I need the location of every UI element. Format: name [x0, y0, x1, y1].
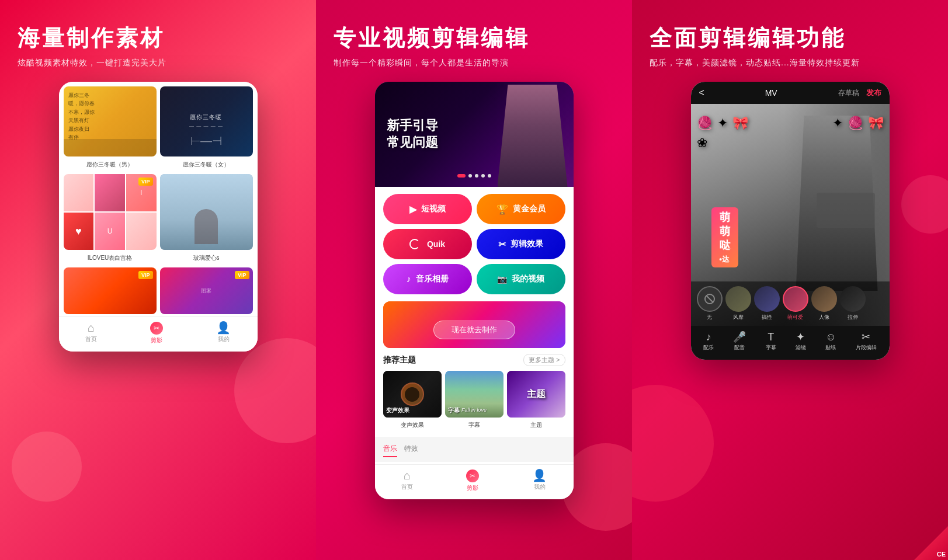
p3-title-label: MV — [765, 88, 777, 98]
nav-scissors-label-2: 剪影 — [467, 484, 478, 492]
nav-home-2[interactable]: ⌂ 首页 — [401, 469, 413, 492]
p3-publish-btn[interactable]: 发布 — [866, 88, 881, 98]
label-3: ILOVEU表白宫格 — [64, 252, 157, 264]
btn-quik-label: Quik — [427, 239, 445, 249]
label-4: 玻璃爱心s — [160, 252, 253, 264]
nav-scissors-2[interactable]: ✂ 剪影 — [466, 469, 479, 492]
home-icon-2: ⌂ — [404, 469, 411, 481]
tool-sticker[interactable]: ☺ 贴纸 — [825, 332, 836, 352]
theme-2[interactable]: Fall in love 字幕 — [445, 371, 503, 418]
theme-2-overlay: 字幕 — [448, 406, 460, 415]
filter-portrait[interactable]: 人像 — [811, 286, 837, 321]
nav-home-1[interactable]: ⌂ 首页 — [85, 322, 97, 345]
profile-icon-1: 👤 — [216, 322, 231, 333]
p2-create-section: 现在就去制作 — [383, 301, 565, 348]
panel-1-row-2: I ♥ U VIP — [64, 174, 253, 250]
banner-dots — [375, 169, 574, 182]
tool-music[interactable]: ♪ 配乐 — [703, 332, 714, 352]
panel-1-labels-2: ILOVEU表白宫格 玻璃爱心s — [64, 252, 253, 264]
panel-1-subtitle: 炫酷视频素材特效，一键打造完美大片 — [18, 58, 298, 68]
handwriting-thumb: 愿你三冬暖，愿你春不寒，愿你天黑有灯愿你夜归有伴 — [64, 86, 157, 156]
theme-1-overlay: 变声效果 — [386, 406, 409, 415]
p3-save-btn[interactable]: 存草稿 — [838, 88, 859, 98]
tool-segment[interactable]: ✂ 片段编辑 — [856, 332, 877, 352]
p3-cute-text: 萌萌哒 •达 — [711, 207, 738, 267]
deco-circle-4 — [632, 385, 714, 502]
btn-my-video[interactable]: 📷 我的视频 — [477, 264, 565, 294]
tool-sticker-label: 贴纸 — [825, 344, 836, 352]
p3-phone-header: < MV 存草稿 发布 — [691, 82, 890, 104]
btn-myvideo-label: 我的视频 — [512, 274, 544, 284]
p3-toolbar: ♪ 配乐 🎤 配音 T 字幕 ✦ 滤镜 ☺ 贴纸 — [691, 326, 890, 360]
filter-e-label: 拉伸 — [848, 314, 858, 321]
theme-1[interactable]: 变声效果 — [383, 371, 442, 418]
p3-back-btn[interactable]: < — [699, 88, 704, 98]
theme-label-2: 字幕 — [445, 419, 503, 431]
theme-2-thumb: Fall in love 字幕 — [445, 371, 503, 418]
theme-label-1: 变声效果 — [383, 419, 442, 431]
panel-1-cell-2: 愿你三冬暖— — — — — ⊢—⊣ — [160, 86, 253, 156]
p2-tabs: 音乐 特效 — [375, 437, 574, 462]
segment-icon: ✂ — [862, 332, 870, 342]
panel-1-cell-1: 愿你三冬暖，愿你春不寒，愿你天黑有灯愿你夜归有伴 — [64, 86, 157, 156]
panel-1-cell-4 — [160, 174, 253, 250]
nav-scissors-label-1: 剪影 — [151, 336, 162, 345]
filter-e-thumb — [840, 286, 866, 312]
nav-profile-1[interactable]: 👤 我的 — [216, 322, 231, 345]
panel-1-title: 海量制作素材 — [18, 23, 298, 53]
nav-home-label-2: 首页 — [401, 483, 413, 491]
btn-vip[interactable]: 🏆 黄金会员 — [477, 194, 565, 224]
panel-2-subtitle: 制作每一个精彩瞬间，每个人都是生活的导演 — [334, 58, 614, 68]
btn-cut-effect[interactable]: ✂ 剪辑效果 — [477, 229, 565, 259]
panel-1: 海量制作素材 炫酷视频素材特效，一键打造完美大片 愿你三冬暖，愿你春不寒，愿你天… — [0, 0, 316, 560]
filter-gaogui[interactable]: 搞怪 — [754, 286, 780, 321]
filter-stretch[interactable]: 拉伸 — [840, 286, 866, 321]
dot-2 — [468, 174, 472, 178]
panel-3: 全面剪辑编辑功能 配乐，字幕，美颜滤镜，动态贴纸...海量特效持续更新 < MV… — [632, 0, 948, 560]
deco-circle-2 — [12, 432, 82, 502]
btn-short-video[interactable]: ▶ 短视频 — [383, 194, 472, 224]
tool-filter[interactable]: ✦ 滤镜 — [796, 332, 806, 352]
filter-none-label: 无 — [707, 314, 712, 321]
tool-dubbing-label: 配音 — [734, 344, 745, 352]
tab-effects[interactable]: 特效 — [404, 441, 418, 457]
music-icon: ♪ — [706, 332, 711, 342]
deco-circle-5 — [901, 175, 948, 234]
filter-d-label: 人像 — [819, 314, 829, 321]
filter-none-thumb — [697, 286, 723, 312]
tab-music[interactable]: 音乐 — [383, 441, 397, 457]
sticker-sparkle-2: ✦ — [832, 116, 843, 131]
nav-scissors-1[interactable]: ✂ 剪影 — [150, 322, 163, 345]
scissors-icon-1: ✂ — [150, 322, 163, 335]
dot-1 — [457, 174, 466, 178]
more-themes-btn[interactable]: 更多主题 > — [523, 354, 565, 366]
p3-stickers-right: ✦ 🧶 🎀 — [832, 116, 884, 131]
p2-menu-buttons: ▶ 短视频 🏆 黄金会员 Quik ✂ 剪辑效果 ♪ — [375, 187, 574, 301]
vip-badge-1: VIP — [138, 178, 153, 186]
filter-cute[interactable]: 萌可爱 — [783, 286, 808, 321]
panel-1-content: 愿你三冬暖，愿你春不寒，愿你天黑有灯愿你夜归有伴 愿你三冬暖— — — — — … — [59, 82, 258, 314]
btn-quik[interactable]: Quik — [383, 229, 472, 259]
tool-subtitle[interactable]: T 字幕 — [766, 332, 776, 352]
p2-create-btn[interactable]: 现在就去制作 — [433, 321, 515, 339]
btn-music-album[interactable]: ♪ 音乐相册 — [383, 264, 472, 294]
panel-3-header: 全面剪辑编辑功能 配乐，字幕，美颜滤镜，动态贴纸...海量特效持续更新 — [632, 0, 948, 80]
profile-icon-2: 👤 — [532, 469, 547, 481]
theme-label-3: 主题 — [507, 419, 565, 431]
theme-3[interactable]: 主题 — [507, 371, 565, 418]
theme-grid: 变声效果 Fall in love 字幕 主题 — [383, 371, 565, 418]
quik-c-icon — [409, 239, 420, 249]
panel-3-screen: < MV 存草稿 发布 🧶 ✦ 🎀 — [691, 82, 890, 360]
filter-none[interactable]: 无 — [697, 286, 723, 321]
nav-profile-2[interactable]: 👤 我的 — [532, 469, 547, 492]
dot-3 — [475, 174, 478, 178]
label-1: 愿你三冬暖（男） — [64, 159, 157, 171]
sticker-bow-2: 🎀 — [868, 116, 884, 131]
btn-music-label: 音乐相册 — [416, 274, 449, 284]
tool-dubbing[interactable]: 🎤 配音 — [733, 332, 746, 352]
panel-1-phone: 愿你三冬暖，愿你春不寒，愿你天黑有灯愿你夜归有伴 愿你三冬暖— — — — — … — [59, 82, 258, 352]
sticker-bow-1: 🎀 — [732, 116, 748, 131]
panel-1-row-1: 愿你三冬暖，愿你春不寒，愿你天黑有灯愿你夜归有伴 愿你三冬暖— — — — — … — [64, 86, 253, 156]
filter-fengmi[interactable]: 风靡 — [725, 286, 751, 321]
no-filter-icon — [704, 293, 716, 305]
